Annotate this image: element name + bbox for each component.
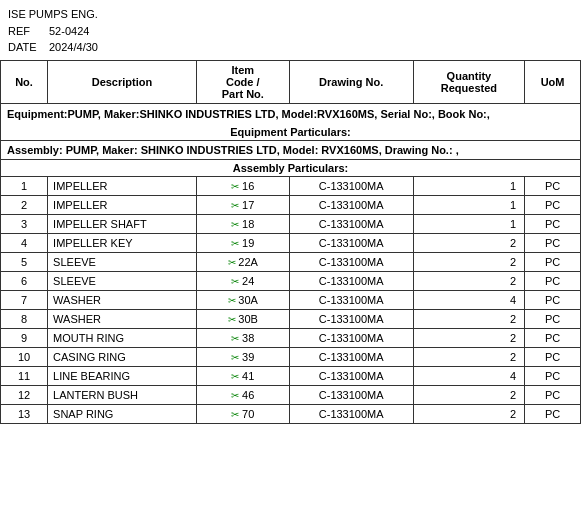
assembly-info-row1: Assembly: PUMP, Maker: SHINKO INDUSTRIES…	[1, 140, 581, 159]
row-quantity: 4	[413, 366, 525, 385]
row-item-code: ✂ 18	[196, 214, 289, 233]
row-quantity: 2	[413, 233, 525, 252]
table-row: 2IMPELLER✂ 17C-133100MA1PC	[1, 195, 581, 214]
table-row: 12LANTERN BUSH✂ 46C-133100MA2PC	[1, 385, 581, 404]
row-uom: PC	[525, 252, 581, 271]
row-item-code: ✂ 24	[196, 271, 289, 290]
row-item-code: ✂ 70	[196, 404, 289, 423]
row-no: 2	[1, 195, 48, 214]
row-quantity: 1	[413, 195, 525, 214]
row-item-code: ✂ 22A	[196, 252, 289, 271]
row-item-code: ✂ 16	[196, 176, 289, 195]
row-drawing-no: C-133100MA	[289, 195, 413, 214]
row-uom: PC	[525, 309, 581, 328]
row-no: 7	[1, 290, 48, 309]
assembly-info-line2: Assembly Particulars:	[1, 159, 581, 176]
row-no: 5	[1, 252, 48, 271]
row-uom: PC	[525, 195, 581, 214]
row-description: MOUTH RING	[48, 328, 197, 347]
row-no: 10	[1, 347, 48, 366]
row-drawing-no: C-133100MA	[289, 176, 413, 195]
table-row: 1IMPELLER✂ 16C-133100MA1PC	[1, 176, 581, 195]
row-drawing-no: C-133100MA	[289, 347, 413, 366]
row-description: SLEEVE	[48, 252, 197, 271]
row-item-code: ✂ 30A	[196, 290, 289, 309]
row-description: WASHER	[48, 309, 197, 328]
col-item-code: ItemCode /Part No.	[196, 60, 289, 103]
row-uom: PC	[525, 176, 581, 195]
table-row: 7WASHER✂ 30AC-133100MA4PC	[1, 290, 581, 309]
main-table: No. Description ItemCode /Part No. Drawi…	[0, 60, 581, 424]
equipment-info-line1: Equipment:PUMP, Maker:SHINKO INDUSTRIES …	[1, 103, 581, 124]
row-drawing-no: C-133100MA	[289, 328, 413, 347]
row-item-code: ✂ 41	[196, 366, 289, 385]
row-item-code: ✂ 30B	[196, 309, 289, 328]
col-uom: UoM	[525, 60, 581, 103]
date-value: 2024/4/30	[49, 39, 98, 56]
col-drawing-no: Drawing No.	[289, 60, 413, 103]
row-no: 9	[1, 328, 48, 347]
ref-row: REF 52-0424	[8, 23, 573, 40]
row-uom: PC	[525, 385, 581, 404]
row-description: IMPELLER	[48, 195, 197, 214]
equipment-info-row1: Equipment:PUMP, Maker:SHINKO INDUSTRIES …	[1, 103, 581, 124]
row-quantity: 2	[413, 404, 525, 423]
row-drawing-no: C-133100MA	[289, 233, 413, 252]
date-label: DATE	[8, 39, 43, 56]
row-no: 11	[1, 366, 48, 385]
row-uom: PC	[525, 404, 581, 423]
row-uom: PC	[525, 271, 581, 290]
table-row: 3IMPELLER SHAFT✂ 18C-133100MA1PC	[1, 214, 581, 233]
row-quantity: 2	[413, 385, 525, 404]
table-row: 8WASHER✂ 30BC-133100MA2PC	[1, 309, 581, 328]
row-quantity: 2	[413, 309, 525, 328]
row-no: 8	[1, 309, 48, 328]
table-row: 5SLEEVE✂ 22AC-133100MA2PC	[1, 252, 581, 271]
row-uom: PC	[525, 290, 581, 309]
row-no: 13	[1, 404, 48, 423]
row-item-code: ✂ 46	[196, 385, 289, 404]
ref-value: 52-0424	[49, 23, 89, 40]
row-uom: PC	[525, 328, 581, 347]
row-no: 3	[1, 214, 48, 233]
row-uom: PC	[525, 347, 581, 366]
assembly-info-line1: Assembly: PUMP, Maker: SHINKO INDUSTRIES…	[1, 140, 581, 159]
ref-label: REF	[8, 23, 43, 40]
row-description: IMPELLER KEY	[48, 233, 197, 252]
table-row: 4IMPELLER KEY✂ 19C-133100MA2PC	[1, 233, 581, 252]
header-section: ISE PUMPS ENG. REF 52-0424 DATE 2024/4/3…	[0, 0, 581, 60]
row-item-code: ✂ 19	[196, 233, 289, 252]
row-drawing-no: C-133100MA	[289, 309, 413, 328]
table-row: 6SLEEVE✂ 24C-133100MA2PC	[1, 271, 581, 290]
table-row: 13SNAP RING✂ 70C-133100MA2PC	[1, 404, 581, 423]
equipment-info-line2: Equipment Particulars:	[1, 124, 581, 141]
row-quantity: 4	[413, 290, 525, 309]
row-description: CASING RING	[48, 347, 197, 366]
row-quantity: 2	[413, 328, 525, 347]
col-quantity: QuantityRequested	[413, 60, 525, 103]
row-no: 1	[1, 176, 48, 195]
row-quantity: 2	[413, 252, 525, 271]
row-uom: PC	[525, 214, 581, 233]
row-drawing-no: C-133100MA	[289, 385, 413, 404]
row-drawing-no: C-133100MA	[289, 366, 413, 385]
row-quantity: 1	[413, 176, 525, 195]
row-quantity: 2	[413, 271, 525, 290]
row-no: 4	[1, 233, 48, 252]
row-drawing-no: C-133100MA	[289, 252, 413, 271]
date-row: DATE 2024/4/30	[8, 39, 573, 56]
row-drawing-no: C-133100MA	[289, 214, 413, 233]
row-description: LINE BEARING	[48, 366, 197, 385]
row-description: IMPELLER	[48, 176, 197, 195]
row-description: SLEEVE	[48, 271, 197, 290]
col-no: No.	[1, 60, 48, 103]
row-description: IMPELLER SHAFT	[48, 214, 197, 233]
table-row: 11LINE BEARING✂ 41C-133100MA4PC	[1, 366, 581, 385]
row-uom: PC	[525, 366, 581, 385]
column-header-row: No. Description ItemCode /Part No. Drawi…	[1, 60, 581, 103]
row-no: 6	[1, 271, 48, 290]
company-name: ISE PUMPS ENG.	[8, 6, 98, 23]
row-no: 12	[1, 385, 48, 404]
row-drawing-no: C-133100MA	[289, 271, 413, 290]
company-row: ISE PUMPS ENG.	[8, 6, 573, 23]
